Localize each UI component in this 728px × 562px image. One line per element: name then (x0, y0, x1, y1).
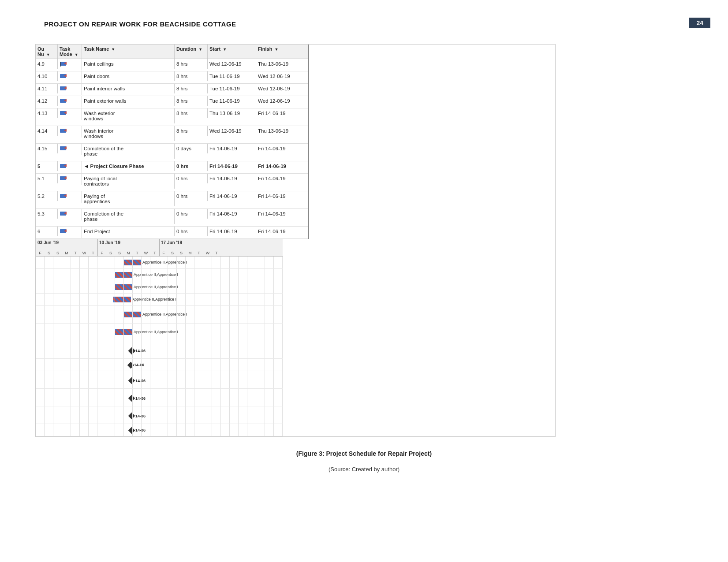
task-mode-icon (60, 211, 67, 217)
table-row: 4.15 Completion of thephase 0 days Fri 1… (36, 144, 308, 161)
chart-row: 14-06 (36, 371, 283, 389)
col-header-mode: TaskMode ▼ (58, 45, 82, 59)
chart-row: 14-06 (36, 359, 283, 371)
bar-label: Apprentice II,Apprentice I (142, 312, 187, 316)
gantt-bar (115, 284, 133, 290)
task-mode-icon (60, 98, 67, 104)
table-row: 5.1 Paying of localcontractors 0 hrs Fri… (36, 174, 308, 191)
finish-dropdown-icon[interactable]: ▼ (274, 47, 278, 52)
milestone-label: 14-06 (135, 414, 146, 418)
week-separator (97, 239, 98, 256)
task-mode-icon (60, 194, 67, 200)
gantt-chart-area: 03 Jun '19 10 Jun '19 17 Jun '19 F S S M… (36, 239, 283, 436)
week-label-1: 03 Jun '19 (37, 240, 59, 245)
col-header-finish: Finish ▼ (256, 45, 305, 59)
milestone-diamond (128, 347, 136, 355)
bar-label: Apprentice II,Apprentice I (132, 297, 176, 301)
table-row: 6 End Project 0 hrs Fri 14-06-19 Fri 14-… (36, 227, 308, 239)
start-dropdown-icon[interactable]: ▼ (223, 47, 227, 52)
num-dropdown-icon[interactable]: ▼ (46, 52, 50, 57)
chart-row: Apprentice II,Apprentice I (36, 324, 283, 341)
table-row: 4.13 Wash exteriorwindows 8 hrs Thu 13-0… (36, 108, 308, 126)
chart-row: Apprentice II,Apprentice I (36, 306, 283, 324)
gantt-bar (124, 260, 142, 265)
milestone-diamond (128, 413, 135, 420)
mode-dropdown-icon[interactable]: ▼ (75, 52, 78, 57)
figure-caption: (Figure 3: Project Schedule for Repair P… (35, 450, 693, 457)
milestone-label: 14-06 (135, 379, 146, 383)
milestone-label: 14-06 (134, 363, 144, 367)
task-mode-icon (60, 164, 67, 170)
chart-row: Apprentice II,Apprentice I (36, 281, 283, 294)
chart-row: Apprentice II,Apprentice I (36, 269, 283, 281)
col-header-duration: Duration ▼ (175, 45, 208, 59)
page-number: 24 (689, 18, 710, 28)
bar-label: Apprentice II,Apprentice I (142, 260, 187, 264)
table-row: 5 ◄ Project Closure Phase 0 hrs Fri 14-0… (36, 161, 308, 174)
table-row: 5.3 Completion of thephase 0 hrs Fri 14-… (36, 209, 308, 227)
task-mode-icon (60, 86, 67, 92)
gantt-chart-container: Ou Nu ▼ TaskMode ▼ Task Name ▼ Duration … (35, 44, 556, 437)
dur-dropdown-icon[interactable]: ▼ (198, 47, 202, 52)
chart-row: 14-06 (36, 406, 283, 424)
chart-row: Apprentice II,Apprentice I (36, 294, 283, 306)
col-header-task: Task Name ▼ (82, 45, 175, 59)
gantt-bar (113, 297, 131, 302)
col-header-num: Ou Nu ▼ (36, 45, 58, 59)
task-dropdown-icon[interactable]: ▼ (111, 47, 115, 52)
chart-row: 14-06 (36, 389, 283, 406)
milestone-label: 14-06 (135, 396, 146, 401)
gantt-bar (115, 272, 133, 278)
task-mode-icon (60, 146, 67, 152)
table-row: 4.9 Paint ceilings 8 hrs Wed 12-06-19 Th… (36, 59, 308, 71)
day-labels: F S S M T W T F S S M T W T F S S (36, 251, 221, 255)
bar-label: Apprentice II,Apprentice I (134, 330, 178, 334)
task-mode-icon (60, 111, 67, 117)
milestone-diamond (128, 377, 135, 384)
week-label-3: 17 Jun '19 (161, 240, 182, 245)
chart-row: 14-06 (36, 424, 283, 436)
chart-header: 03 Jun '19 10 Jun '19 17 Jun '19 F S S M… (36, 239, 283, 257)
bar-label: Apprentice II,Apprentice I (134, 272, 178, 277)
milestone-diamond (128, 395, 135, 402)
chart-rows: Apprentice II,Apprentice I Apprentice II… (36, 257, 283, 436)
milestone-label: 14-06 (135, 349, 146, 353)
milestone-diamond (127, 362, 134, 369)
table-row: 4.12 Paint exterior walls 8 hrs Tue 11-0… (36, 96, 308, 108)
week-label-2: 10 Jun '19 (99, 240, 120, 245)
chart-row: 14-06 (36, 341, 283, 359)
gantt-bar (124, 312, 142, 317)
task-mode-icon (60, 128, 67, 134)
bar-label: Apprentice II,Apprentice I (134, 285, 178, 289)
table-row: 4.11 Paint interior walls 8 hrs Tue 11-0… (36, 84, 308, 96)
task-mode-icon (60, 61, 67, 67)
table-row: 5.2 Paying ofapprentices 0 hrs Fri 14-06… (36, 191, 308, 209)
col-header-start: Start ▼ (208, 45, 256, 59)
gantt-bar (115, 329, 133, 335)
page-title: PROJECT ON REPAIR WORK FOR BEACHSIDE COT… (44, 20, 236, 28)
milestone-label: 14-06 (135, 428, 146, 432)
week-separator (159, 239, 160, 256)
table-row: 4.10 Paint doors 8 hrs Tue 11-06-19 Wed … (36, 71, 308, 84)
table-header-row: Ou Nu ▼ TaskMode ▼ Task Name ▼ Duration … (36, 45, 308, 59)
figure-source: (Source: Created by author) (35, 466, 693, 473)
milestone-diamond (128, 427, 135, 434)
gantt-table: Ou Nu ▼ TaskMode ▼ Task Name ▼ Duration … (36, 45, 309, 239)
task-mode-icon (60, 229, 67, 235)
task-mode-icon (60, 74, 67, 80)
chart-row: Apprentice II,Apprentice I (36, 257, 283, 269)
task-mode-icon (60, 176, 67, 182)
table-row: 4.14 Wash interiorwindows 8 hrs Wed 12-0… (36, 126, 308, 144)
